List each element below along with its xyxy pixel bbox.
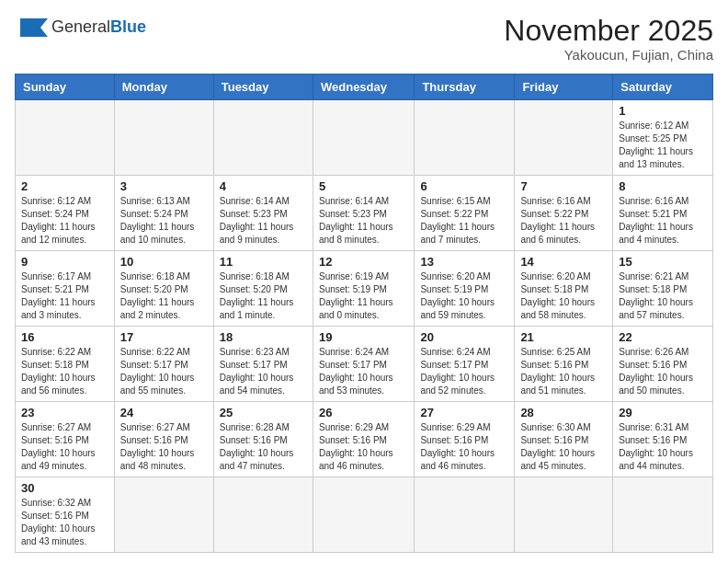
header-wednesday: Wednesday [313, 75, 414, 100]
calendar-week-2: 2Sunrise: 6:12 AM Sunset: 5:24 PM Daylig… [16, 176, 713, 251]
calendar-cell-w3-d5: 13Sunrise: 6:20 AM Sunset: 5:19 PM Dayli… [415, 251, 515, 327]
header-sunday: Sunday [16, 75, 115, 100]
calendar-cell-w3-d6: 14Sunrise: 6:20 AM Sunset: 5:18 PM Dayli… [515, 251, 613, 327]
day-number: 9 [21, 255, 108, 269]
day-number: 1 [619, 104, 707, 118]
calendar-week-4: 16Sunrise: 6:22 AM Sunset: 5:18 PM Dayli… [16, 327, 713, 402]
day-number: 11 [220, 255, 307, 269]
calendar-cell-w4-d5: 20Sunrise: 6:24 AM Sunset: 5:17 PM Dayli… [415, 327, 515, 402]
calendar-cell-w6-d6 [515, 477, 613, 553]
calendar-cell-w1-d5 [415, 100, 515, 176]
calendar-cell-w3-d3: 11Sunrise: 6:18 AM Sunset: 5:20 PM Dayli… [213, 251, 313, 327]
day-number: 7 [520, 179, 607, 193]
calendar-cell-w6-d5 [415, 477, 515, 553]
day-info: Sunrise: 6:22 AM Sunset: 5:18 PM Dayligh… [21, 346, 108, 397]
calendar-cell-w2-d2: 3Sunrise: 6:13 AM Sunset: 5:24 PM Daylig… [114, 176, 213, 251]
day-number: 20 [420, 330, 508, 344]
calendar-cell-w3-d1: 9Sunrise: 6:17 AM Sunset: 5:21 PM Daylig… [16, 251, 115, 327]
calendar-cell-w5-d3: 25Sunrise: 6:28 AM Sunset: 5:16 PM Dayli… [213, 402, 313, 477]
day-info: Sunrise: 6:12 AM Sunset: 5:25 PM Dayligh… [619, 120, 707, 171]
calendar-week-3: 9Sunrise: 6:17 AM Sunset: 5:21 PM Daylig… [16, 251, 713, 327]
day-number: 17 [120, 330, 208, 344]
day-number: 30 [21, 481, 108, 495]
calendar-cell-w1-d4 [313, 100, 414, 176]
day-number: 2 [21, 179, 108, 193]
calendar-week-1: 1Sunrise: 6:12 AM Sunset: 5:25 PM Daylig… [16, 100, 713, 176]
day-number: 29 [619, 406, 707, 419]
calendar-week-6: 30Sunrise: 6:32 AM Sunset: 5:16 PM Dayli… [16, 477, 713, 553]
logo-text: GeneralBlue [51, 18, 146, 37]
calendar-cell-w2-d3: 4Sunrise: 6:14 AM Sunset: 5:23 PM Daylig… [213, 176, 313, 251]
calendar-cell-w5-d4: 26Sunrise: 6:29 AM Sunset: 5:16 PM Dayli… [313, 402, 414, 477]
day-info: Sunrise: 6:22 AM Sunset: 5:17 PM Dayligh… [120, 346, 208, 397]
calendar-cell-w5-d2: 24Sunrise: 6:27 AM Sunset: 5:16 PM Dayli… [114, 402, 213, 477]
month-title: November 2025 [504, 15, 713, 47]
calendar-header-row: Sunday Monday Tuesday Wednesday Thursday… [16, 75, 713, 100]
day-number: 14 [520, 255, 607, 269]
location: Yakoucun, Fujian, China [504, 47, 713, 63]
day-number: 25 [220, 406, 307, 419]
calendar-cell-w3-d4: 12Sunrise: 6:19 AM Sunset: 5:19 PM Dayli… [313, 251, 414, 327]
calendar-cell-w4-d6: 21Sunrise: 6:25 AM Sunset: 5:16 PM Dayli… [515, 327, 613, 402]
day-number: 6 [420, 179, 508, 193]
day-number: 16 [21, 330, 108, 344]
day-number: 26 [319, 406, 408, 419]
day-number: 28 [520, 406, 607, 419]
calendar-cell-w3-d7: 15Sunrise: 6:21 AM Sunset: 5:18 PM Dayli… [613, 251, 713, 327]
calendar-cell-w1-d7: 1Sunrise: 6:12 AM Sunset: 5:25 PM Daylig… [613, 100, 713, 176]
day-number: 13 [420, 255, 508, 269]
day-info: Sunrise: 6:30 AM Sunset: 5:16 PM Dayligh… [520, 421, 607, 473]
day-info: Sunrise: 6:21 AM Sunset: 5:18 PM Dayligh… [619, 270, 707, 322]
header-friday: Friday [515, 75, 613, 100]
day-info: Sunrise: 6:12 AM Sunset: 5:24 PM Dayligh… [21, 195, 108, 247]
day-info: Sunrise: 6:31 AM Sunset: 5:16 PM Dayligh… [619, 421, 707, 473]
page-header: GeneralBlue November 2025 Yakoucun, Fuji… [15, 15, 713, 63]
calendar-cell-w4-d2: 17Sunrise: 6:22 AM Sunset: 5:17 PM Dayli… [114, 327, 213, 402]
logo: GeneralBlue [15, 15, 146, 40]
calendar-cell-w1-d1 [16, 100, 115, 176]
day-info: Sunrise: 6:14 AM Sunset: 5:23 PM Dayligh… [319, 195, 408, 247]
header-monday: Monday [114, 75, 213, 100]
day-info: Sunrise: 6:17 AM Sunset: 5:21 PM Dayligh… [21, 270, 108, 322]
header-thursday: Thursday [415, 75, 515, 100]
day-info: Sunrise: 6:13 AM Sunset: 5:24 PM Dayligh… [120, 195, 208, 247]
calendar-cell-w4-d3: 18Sunrise: 6:23 AM Sunset: 5:17 PM Dayli… [213, 327, 313, 402]
calendar-cell-w4-d4: 19Sunrise: 6:24 AM Sunset: 5:17 PM Dayli… [313, 327, 414, 402]
calendar-cell-w4-d1: 16Sunrise: 6:22 AM Sunset: 5:18 PM Dayli… [16, 327, 115, 402]
calendar-cell-w1-d2 [114, 100, 213, 176]
day-number: 3 [120, 179, 208, 193]
calendar-cell-w2-d6: 7Sunrise: 6:16 AM Sunset: 5:22 PM Daylig… [515, 176, 613, 251]
calendar-cell-w4-d7: 22Sunrise: 6:26 AM Sunset: 5:16 PM Dayli… [613, 327, 713, 402]
day-info: Sunrise: 6:24 AM Sunset: 5:17 PM Dayligh… [319, 346, 408, 397]
day-info: Sunrise: 6:24 AM Sunset: 5:17 PM Dayligh… [420, 346, 508, 397]
header-saturday: Saturday [613, 75, 713, 100]
day-info: Sunrise: 6:26 AM Sunset: 5:16 PM Dayligh… [619, 346, 707, 397]
day-number: 19 [319, 330, 408, 344]
calendar-cell-w1-d6 [515, 100, 613, 176]
title-block: November 2025 Yakoucun, Fujian, China [504, 15, 713, 63]
calendar-cell-w5-d6: 28Sunrise: 6:30 AM Sunset: 5:16 PM Dayli… [515, 402, 613, 477]
calendar-week-5: 23Sunrise: 6:27 AM Sunset: 5:16 PM Dayli… [16, 402, 713, 477]
day-info: Sunrise: 6:27 AM Sunset: 5:16 PM Dayligh… [120, 421, 208, 473]
day-info: Sunrise: 6:29 AM Sunset: 5:16 PM Dayligh… [319, 421, 408, 473]
day-info: Sunrise: 6:23 AM Sunset: 5:17 PM Dayligh… [220, 346, 307, 397]
day-number: 5 [319, 179, 408, 193]
day-number: 10 [120, 255, 208, 269]
calendar-cell-w2-d7: 8Sunrise: 6:16 AM Sunset: 5:21 PM Daylig… [613, 176, 713, 251]
calendar-cell-w3-d2: 10Sunrise: 6:18 AM Sunset: 5:20 PM Dayli… [114, 251, 213, 327]
day-number: 18 [220, 330, 307, 344]
day-info: Sunrise: 6:29 AM Sunset: 5:16 PM Dayligh… [420, 421, 508, 473]
calendar-cell-w2-d1: 2Sunrise: 6:12 AM Sunset: 5:24 PM Daylig… [16, 176, 115, 251]
day-info: Sunrise: 6:16 AM Sunset: 5:21 PM Dayligh… [619, 195, 707, 247]
day-info: Sunrise: 6:27 AM Sunset: 5:16 PM Dayligh… [21, 421, 108, 473]
calendar-cell-w6-d1: 30Sunrise: 6:32 AM Sunset: 5:16 PM Dayli… [16, 477, 115, 553]
day-number: 24 [120, 406, 208, 419]
day-number: 12 [319, 255, 408, 269]
day-info: Sunrise: 6:15 AM Sunset: 5:22 PM Dayligh… [420, 195, 508, 247]
day-info: Sunrise: 6:25 AM Sunset: 5:16 PM Dayligh… [520, 346, 607, 397]
calendar-table: Sunday Monday Tuesday Wednesday Thursday… [15, 74, 713, 553]
calendar-cell-w5-d1: 23Sunrise: 6:27 AM Sunset: 5:16 PM Dayli… [16, 402, 115, 477]
day-number: 23 [21, 406, 108, 419]
calendar-cell-w6-d3 [213, 477, 313, 553]
day-number: 8 [619, 179, 707, 193]
